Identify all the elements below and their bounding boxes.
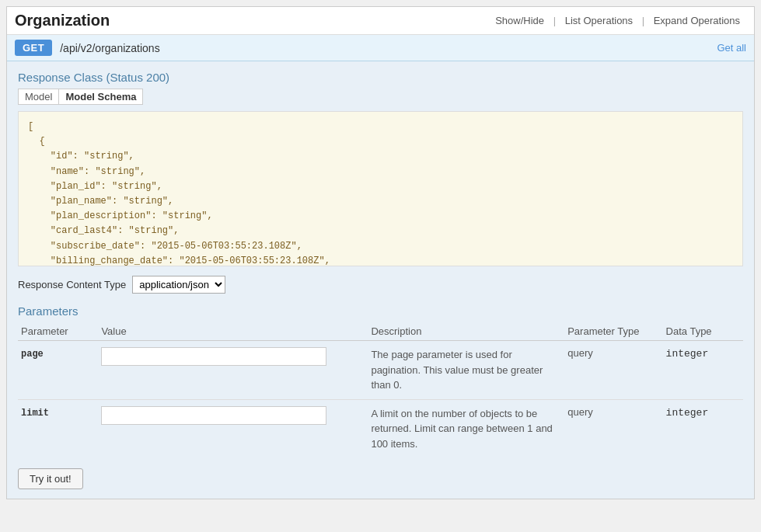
param-name-cell: page bbox=[18, 341, 98, 400]
table-row: limit A limit on the number of objects t… bbox=[18, 399, 743, 457]
table-row: page The page parameter is used for pagi… bbox=[18, 341, 743, 400]
param-name-cell: limit bbox=[18, 399, 98, 457]
try-it-out-button[interactable]: Try it out! bbox=[18, 468, 83, 489]
list-operations-link[interactable]: List Operations bbox=[559, 15, 639, 26]
separator-1: | bbox=[550, 15, 559, 26]
header-actions: Show/Hide | List Operations | Expand Ope… bbox=[489, 15, 746, 26]
param-type-cell: query bbox=[564, 399, 662, 457]
model-schema-tab[interactable]: Model Schema bbox=[58, 89, 143, 105]
param-value-cell bbox=[98, 399, 368, 457]
response-class-title: Response Class (Status 200) bbox=[18, 71, 743, 84]
parameters-title: Parameters bbox=[18, 304, 743, 318]
schema-line: "card_last4": "string", bbox=[28, 224, 733, 238]
param-name: page bbox=[21, 349, 44, 360]
param-description: A limit on the number of objects to be r… bbox=[371, 408, 552, 450]
schema-line: "plan_description": "string", bbox=[28, 209, 733, 224]
content-type-select[interactable]: application/json bbox=[132, 276, 225, 294]
param-type-cell: query bbox=[564, 341, 662, 400]
param-value-input[interactable] bbox=[101, 347, 326, 366]
response-content-type-row: Response Content Type application/json bbox=[18, 276, 743, 294]
schema-line: [ bbox=[28, 120, 733, 134]
param-desc-cell: The page parameter is used for paginatio… bbox=[368, 341, 564, 400]
response-content-type-label: Response Content Type bbox=[18, 279, 126, 290]
param-data-type-cell: integer bbox=[663, 399, 743, 457]
schema-line: "name": "string", bbox=[28, 165, 733, 179]
param-name: limit bbox=[21, 408, 49, 419]
schema-line: "plan_name": "string", bbox=[28, 194, 733, 209]
param-data-type-cell: integer bbox=[663, 341, 743, 400]
model-tabs: Model Model Schema bbox=[18, 89, 743, 105]
section-title: Organization bbox=[15, 12, 110, 30]
model-tab[interactable]: Model bbox=[18, 89, 58, 105]
schema-line: "billing_change_date": "2015-05-06T03:55… bbox=[28, 254, 733, 266]
parameters-table: Parameter Value Description Parameter Ty… bbox=[18, 322, 743, 457]
content-area: Response Class (Status 200) Model Model … bbox=[7, 61, 754, 499]
get-all-link[interactable]: Get all bbox=[717, 42, 746, 54]
schema-line: "plan_id": "string", bbox=[28, 179, 733, 194]
schema-line: "subscribe_date": "2015-05-06T03:55:23.1… bbox=[28, 239, 733, 254]
param-data-type: integer bbox=[666, 407, 709, 419]
main-section: Organization Show/Hide | List Operations… bbox=[6, 6, 755, 499]
section-header: Organization Show/Hide | List Operations… bbox=[7, 7, 754, 35]
col-header-description: Description bbox=[368, 322, 564, 341]
param-desc-cell: A limit on the number of objects to be r… bbox=[368, 399, 564, 457]
get-endpoint: /api/v2/organizations bbox=[60, 42, 717, 54]
param-value-input[interactable] bbox=[101, 406, 326, 425]
param-type: query bbox=[567, 347, 593, 359]
schema-line: "id": "string", bbox=[28, 149, 733, 164]
schema-line: { bbox=[28, 134, 733, 149]
separator-2: | bbox=[639, 15, 648, 26]
expand-operations-link[interactable]: Expand Operations bbox=[648, 15, 746, 26]
col-header-data-type: Data Type bbox=[663, 322, 743, 341]
get-bar: GET /api/v2/organizations Get all bbox=[7, 35, 754, 61]
table-header-row: Parameter Value Description Parameter Ty… bbox=[18, 322, 743, 341]
schema-box[interactable]: [ { "id": "string", "name": "string", "p… bbox=[18, 111, 743, 266]
outer-container: Organization Show/Hide | List Operations… bbox=[0, 0, 761, 532]
col-header-parameter: Parameter bbox=[18, 322, 98, 341]
col-header-value: Value bbox=[98, 322, 368, 341]
get-badge: GET bbox=[15, 40, 52, 56]
param-data-type: integer bbox=[666, 348, 709, 360]
show-hide-link[interactable]: Show/Hide bbox=[489, 15, 550, 26]
param-value-cell bbox=[98, 341, 368, 400]
col-header-parameter-type: Parameter Type bbox=[564, 322, 662, 341]
param-type: query bbox=[567, 406, 593, 418]
param-description: The page parameter is used for paginatio… bbox=[371, 349, 543, 391]
